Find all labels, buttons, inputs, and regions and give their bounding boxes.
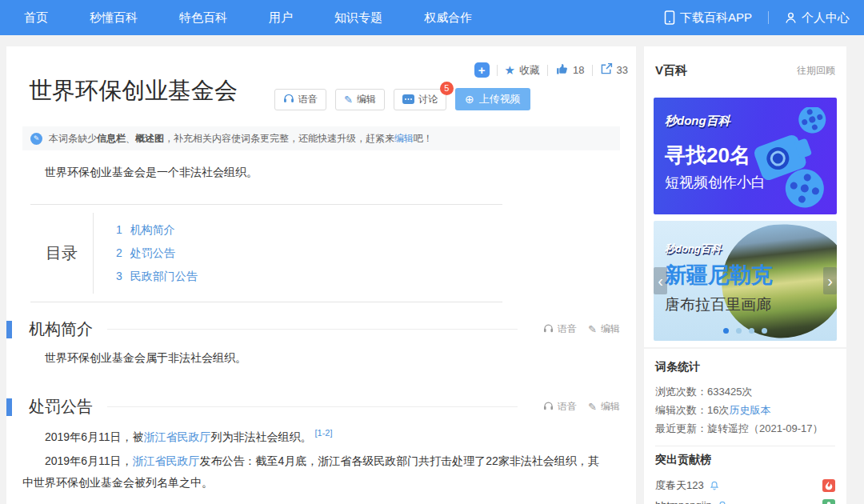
pencil-icon: [588, 401, 597, 413]
toc-item-2[interactable]: 2处罚公告: [116, 246, 198, 261]
download-app-link[interactable]: 下载百科APP: [664, 10, 752, 26]
carousel-next-arrow[interactable]: [823, 267, 837, 294]
title-toolbar: 语音 编辑 讨论 5 上传视频: [274, 88, 530, 110]
contributors-title: 突出贡献榜: [655, 453, 835, 467]
voice-label: 语音: [298, 93, 318, 106]
nav-item-miaodong[interactable]: 秒懂百科: [90, 10, 138, 26]
share-icon: [600, 62, 613, 78]
vbaike-title: V百科: [655, 63, 687, 78]
carousel-dot-1[interactable]: [723, 328, 729, 334]
page: 首页 秒懂百科 特色百科 用户 知识专题 权威合作 下载百科APP 个人中心: [0, 0, 864, 504]
star-icon: [505, 63, 515, 78]
section-edit-button[interactable]: 编辑: [588, 400, 620, 414]
share-row: 收藏 18 33: [474, 62, 628, 78]
toc-item-3[interactable]: 3民政部门公告: [116, 270, 198, 284]
updated-row: 最近更新：旋转遥控（2021-09-17）: [655, 419, 835, 438]
banner-headline: 寻找20名: [665, 142, 750, 170]
page-title: 世界环保创业基金会: [29, 75, 238, 107]
carousel-prev-arrow[interactable]: [654, 267, 667, 294]
contributor-row: hbtmpengjin: [655, 495, 835, 504]
section-header-penalty: 处罚公告 语音 编辑: [6, 396, 636, 418]
section-edit-button[interactable]: 编辑: [588, 322, 620, 336]
nav-item-topics[interactable]: 知识专题: [334, 10, 382, 26]
toc-list: 1机构简介 2处罚公告 3民政部门公告: [94, 205, 198, 302]
vbaike-more-link[interactable]: 往期回顾: [797, 64, 835, 78]
contributor-name[interactable]: hbtmpengjin: [655, 499, 712, 504]
nav-item-cooperation[interactable]: 权威合作: [424, 10, 472, 26]
promo-banner[interactable]: 秒dong百科 寻找20名 短视频创作小白: [654, 98, 837, 214]
user-center-link[interactable]: 个人中心: [785, 10, 850, 26]
section-marker: [6, 321, 12, 338]
divider: [655, 446, 835, 446]
nav-item-home[interactable]: 首页: [24, 10, 48, 26]
edits-value: 16次: [707, 404, 729, 416]
discuss-label: 讨论: [418, 93, 438, 106]
section-title: 机构简介: [29, 318, 93, 340]
upload-label: 上传视频: [479, 92, 521, 106]
lemma-summary: 世界环保创业基金会是一个非法社会组织。: [22, 162, 606, 182]
carousel-subtitle: 唐布拉百里画廊: [665, 294, 771, 315]
carousel-title: 新疆尼勒克: [665, 261, 773, 290]
zhejiang-civil-affairs-link[interactable]: 浙江省民政厅: [132, 454, 199, 467]
nav-item-users[interactable]: 用户: [269, 10, 293, 26]
favorite-label: 收藏: [519, 63, 540, 78]
history-versions-link[interactable]: 历史版本: [729, 404, 770, 416]
carousel-dot-4[interactable]: [762, 328, 767, 334]
section2-paragraph-1: 2019年6月11日，被浙江省民政厅列为非法社会组织。[1-2]: [22, 422, 601, 448]
like-button[interactable]: 18: [555, 62, 584, 78]
download-app-label: 下载百科APP: [680, 10, 752, 26]
share-button[interactable]: 33: [600, 62, 628, 78]
divider: [547, 65, 548, 76]
edit-label: 编辑: [357, 93, 376, 106]
hot-contributor-badge: [822, 479, 835, 492]
table-of-contents: 目录 1机构简介 2处罚公告 3民政部门公告: [30, 204, 502, 302]
nav-item-featured[interactable]: 特色百科: [179, 10, 227, 26]
favorite-button[interactable]: 收藏: [505, 63, 540, 78]
notice-text: 本词条缺少信息栏、概述图，补充相关内容使词条更完整，还能快速升级，赶紧来编辑吧！: [49, 132, 433, 146]
bell-icon[interactable]: [717, 500, 728, 504]
edits-row: 编辑次数：16次历史版本: [655, 401, 835, 419]
toc-item-1[interactable]: 1机构简介: [116, 223, 198, 238]
section-rule: [107, 406, 518, 407]
carousel-dot-3[interactable]: [749, 328, 754, 334]
section-voice-button[interactable]: 语音: [543, 400, 577, 414]
views-row: 浏览次数：633425次: [655, 382, 835, 401]
divider: [497, 65, 498, 76]
notice-edit-link[interactable]: 编辑: [394, 133, 414, 144]
miaodong-logo-small: 秒dong百科: [665, 242, 722, 256]
circle-plus-icon: [465, 93, 474, 106]
voice-button[interactable]: 语音: [274, 89, 326, 110]
section1-paragraph: 世界环保创业基金会属于非法社会组织。: [22, 347, 601, 369]
section-voice-button[interactable]: 语音: [543, 322, 577, 336]
reference-link[interactable]: [1-2]: [314, 428, 332, 438]
carousel-dot-2[interactable]: [736, 328, 742, 334]
vbaike-header: V百科 往期回顾: [644, 58, 846, 83]
views-value: 633425次: [707, 386, 752, 398]
edit-button[interactable]: 编辑: [335, 89, 385, 110]
like-count: 18: [573, 64, 584, 76]
section-header-intro: 机构简介 语音 编辑: [6, 318, 636, 340]
contributor-name[interactable]: 度春天123: [655, 478, 704, 493]
phone-icon: [664, 10, 675, 25]
discuss-button[interactable]: 讨论 5: [394, 89, 446, 110]
sidebar-vbaike-card: V百科 往期回顾 秒dong百科 寻找20名 短视频创作小白: [644, 46, 846, 347]
section2-paragraph-2: 2019年6月11日，浙江省民政厅发布公告：截至4月底，浙江省各级民政部门共打击…: [22, 450, 601, 494]
sidebar-stats-card: 词条统计 浏览次数：633425次 编辑次数：16次历史版本 最近更新：旋转遥控…: [644, 349, 846, 504]
share-count: 33: [617, 64, 628, 76]
headphone-icon: [283, 93, 294, 106]
carousel-card[interactable]: 秒dong百科 新疆尼勒克 唐布拉百里画廊: [654, 221, 837, 341]
add-icon[interactable]: [474, 62, 490, 78]
updated-value: 旋转遥控（2021-09-17）: [707, 422, 823, 434]
headphone-icon: [543, 401, 554, 413]
divider: [592, 65, 593, 76]
zhejiang-civil-affairs-link[interactable]: 浙江省民政厅: [143, 430, 210, 443]
miaodong-logo: 秒dong百科: [665, 114, 730, 129]
toc-label: 目录: [30, 205, 93, 302]
nav-items: 首页 秒懂百科 特色百科 用户 知识专题 权威合作: [24, 10, 472, 26]
user-center-label: 个人中心: [802, 10, 850, 26]
person-icon: [785, 11, 797, 24]
camera-film-illustration: [750, 107, 835, 213]
upload-video-button[interactable]: 上传视频: [455, 88, 530, 110]
new-contributor-badge: [822, 499, 835, 504]
bell-icon[interactable]: [709, 480, 720, 491]
